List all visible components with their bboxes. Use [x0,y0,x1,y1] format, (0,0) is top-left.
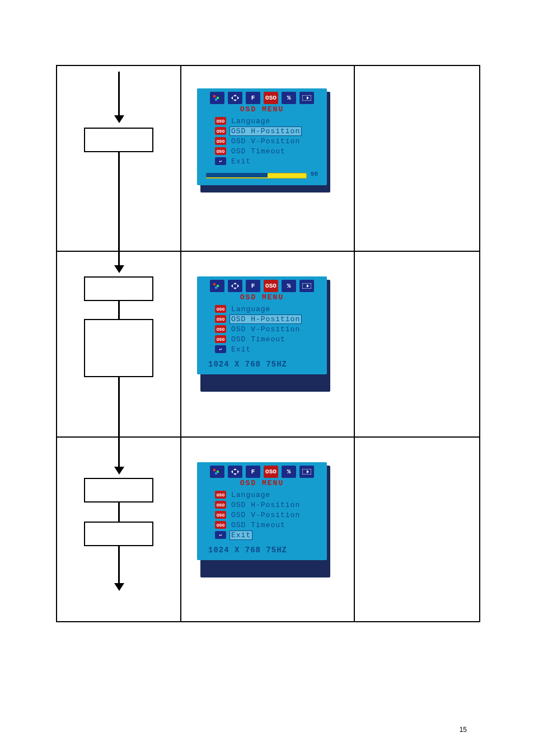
menu-item-label: Language [229,490,272,500]
f-icon[interactable]: F [246,466,260,478]
slider-value: 98 [311,171,318,177]
exit-tab-icon[interactable] [299,280,314,292]
menu-item-timeout[interactable]: OSOOSD Timeout [215,520,324,530]
osd-items: OSOLanguage OSOOSD H-Position OSOOSD V-P… [215,304,324,354]
svg-marker-13 [233,288,237,289]
osd-icon: OSO [215,117,226,125]
osd-panel: F OSO % OSD MENU OSOLanguage OSOOSD H-Po… [197,276,327,374]
menu-item-timeout[interactable]: OSOOSD Timeout [215,146,324,156]
osd-icon: OSO [215,491,226,499]
menu-item-exit[interactable]: ↩Exit [215,344,324,354]
osd-tab-bar: F OSO % [200,466,324,478]
percent-icon[interactable]: % [282,466,296,478]
menu-item-language[interactable]: OSOLanguage [215,116,324,126]
menu-item-label: Exit [229,157,252,166]
svg-marker-6 [237,96,239,100]
flowchart-cell [57,252,181,436]
menu-item-vpos[interactable]: OSOOSD V-Position [215,510,324,520]
svg-rect-2 [215,98,217,101]
osd-icon: OSO [215,137,226,145]
flowchart-box [84,522,153,546]
svg-marker-17 [307,284,309,288]
svg-marker-14 [231,284,233,288]
menu-item-label: Language [229,304,272,314]
menu-item-hpos[interactable]: OSOOSD H-Position [215,314,324,324]
screenshot-cell: F OSO % OSD MENU OSOLanguage OSOOSD H-Po… [180,438,355,622]
menu-item-label: OSD Timeout [229,147,287,156]
menu-item-hpos[interactable]: OSOOSD H-Position [215,500,324,510]
position-icon[interactable] [228,92,242,104]
flowchart-cell [57,66,181,251]
osd-icon: OSO [215,335,226,343]
menu-item-label: OSD V-Position [229,510,302,520]
svg-marker-5 [231,96,233,100]
position-icon[interactable] [228,280,242,292]
menu-item-label: OSD Timeout [229,335,287,344]
color-icon[interactable] [210,280,224,292]
svg-marker-4 [233,100,237,101]
svg-marker-22 [233,473,237,475]
svg-marker-3 [233,95,237,96]
table-row: F OSO % OSD MENU OSOLanguage OSOOSD H-Po… [57,252,479,438]
menu-item-vpos[interactable]: OSOOSD V-Position [215,324,324,334]
menu-item-label: OSD H-Position [229,126,302,136]
resolution-footer: 1024 X 768 75HZ [208,546,324,555]
svg-marker-21 [233,468,237,470]
osd-icon: OSO [215,325,226,333]
f-icon[interactable]: F [246,280,260,292]
osd-tab-bar: F OSO % [200,280,324,292]
color-icon[interactable] [210,92,224,104]
color-icon[interactable] [210,466,224,478]
flowchart-box [84,478,153,503]
osd-icon: OSO [215,501,226,509]
menu-item-hpos[interactable]: OSOOSD H-Position [215,126,324,136]
svg-rect-9 [213,283,216,285]
percent-icon[interactable]: % [282,280,296,292]
svg-rect-11 [215,287,217,289]
menu-item-vpos[interactable]: OSOOSD V-Position [215,136,324,146]
flowchart-box [84,128,153,152]
page-number: 15 [460,726,467,734]
svg-marker-26 [307,470,309,473]
osd-tab-icon[interactable]: OSO [264,280,278,292]
svg-marker-24 [237,470,239,473]
osd-icon: OSO [215,305,226,313]
percent-icon[interactable]: % [282,92,296,104]
flowchart-box [84,319,153,377]
menu-item-timeout[interactable]: OSOOSD Timeout [215,334,324,344]
osd-icon: OSO [215,315,226,323]
menu-item-exit[interactable]: ↩Exit [215,530,324,540]
exit-tab-icon[interactable] [299,466,314,478]
menu-item-label: OSD H-Position [229,500,302,510]
osd-title: OSD MENU [200,479,324,487]
note-cell [354,438,478,622]
svg-marker-8 [307,96,309,100]
table-row: F OSO % OSD MENU OSOLanguage OSOOSD H-Po… [57,438,479,622]
table-row: F OSO % OSD MENU OSOLanguage OSOOSD H-Po… [57,66,479,252]
osd-icon: OSO [215,521,226,529]
f-icon[interactable]: F [246,92,260,104]
page: F OSO % OSD MENU OSOLanguage OSOOSD H-Po… [0,0,534,756]
menu-item-label: OSD H-Position [229,314,302,324]
exit-tab-icon[interactable] [299,92,314,104]
osd-tab-icon[interactable]: OSO [264,466,278,478]
osd-icon: OSO [215,511,226,519]
osd-tab-icon[interactable]: OSO [264,92,278,104]
svg-rect-18 [213,469,216,471]
menu-item-exit[interactable]: ↩Exit [215,156,324,166]
osd-items: OSOLanguage OSOOSD H-Position OSOOSD V-P… [215,490,324,540]
slider[interactable]: 98 [206,171,318,180]
slider-fill [206,173,268,177]
menu-item-language[interactable]: OSOLanguage [215,304,324,314]
osd-title: OSD MENU [200,293,324,302]
menu-item-language[interactable]: OSOLanguage [215,490,324,500]
menu-item-label: OSD Timeout [229,520,287,530]
osd-icon: OSO [215,127,226,135]
menu-item-label: Exit [229,530,252,540]
menu-item-label: OSD V-Position [229,325,302,334]
note-cell [354,66,478,251]
position-icon[interactable] [228,466,242,478]
osd-tab-bar: F OSO % [200,92,324,104]
flowchart-box [84,276,153,301]
table-frame: F OSO % OSD MENU OSOLanguage OSOOSD H-Po… [56,65,480,622]
